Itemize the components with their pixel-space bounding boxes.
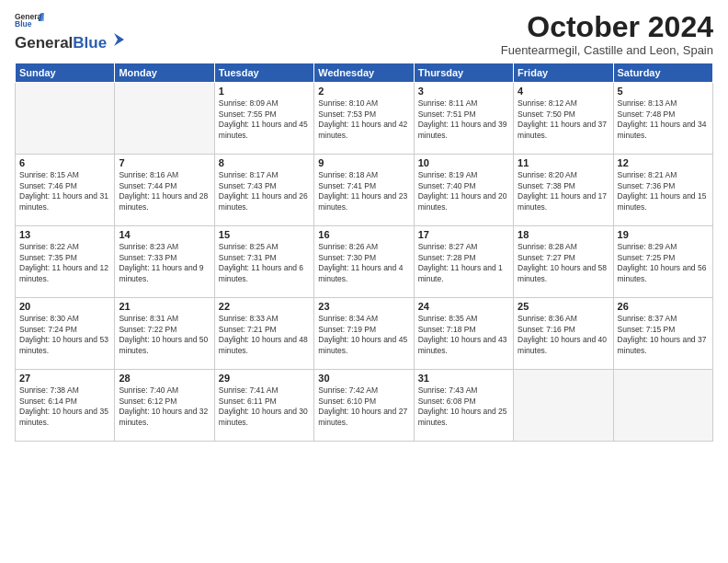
calendar-cell: 14Sunrise: 8:23 AMSunset: 7:33 PMDayligh… bbox=[115, 226, 214, 298]
calendar-cell: 12Sunrise: 8:21 AMSunset: 7:36 PMDayligh… bbox=[613, 155, 712, 226]
calendar-header-sunday: Sunday bbox=[16, 63, 115, 83]
calendar-cell: 3Sunrise: 8:11 AMSunset: 7:51 PMDaylight… bbox=[414, 83, 513, 155]
calendar-week-2: 13Sunrise: 8:22 AMSunset: 7:35 PMDayligh… bbox=[16, 226, 713, 298]
day-number: 16 bbox=[318, 229, 409, 240]
day-number: 13 bbox=[19, 229, 110, 240]
calendar-cell: 25Sunrise: 8:36 AMSunset: 7:16 PMDayligh… bbox=[514, 298, 613, 370]
day-info: Sunrise: 8:15 AMSunset: 7:46 PMDaylight:… bbox=[19, 170, 110, 213]
calendar-header-wednesday: Wednesday bbox=[314, 63, 414, 83]
calendar-cell: 24Sunrise: 8:35 AMSunset: 7:18 PMDayligh… bbox=[414, 298, 513, 370]
calendar-cell: 23Sunrise: 8:34 AMSunset: 7:19 PMDayligh… bbox=[314, 298, 414, 370]
day-info: Sunrise: 8:21 AMSunset: 7:36 PMDaylight:… bbox=[618, 170, 709, 213]
calendar-cell bbox=[613, 370, 712, 442]
calendar-header-friday: Friday bbox=[514, 63, 613, 83]
calendar-cell: 8Sunrise: 8:17 AMSunset: 7:43 PMDaylight… bbox=[214, 155, 313, 226]
day-info: Sunrise: 8:35 AMSunset: 7:18 PMDaylight:… bbox=[418, 314, 509, 356]
day-number: 12 bbox=[618, 157, 709, 168]
day-number: 19 bbox=[618, 229, 709, 240]
logo-general: General bbox=[15, 34, 73, 52]
day-number: 28 bbox=[119, 373, 210, 384]
day-number: 6 bbox=[19, 157, 110, 168]
day-info: Sunrise: 8:23 AMSunset: 7:33 PMDaylight:… bbox=[119, 242, 210, 284]
calendar-cell: 15Sunrise: 8:25 AMSunset: 7:31 PMDayligh… bbox=[214, 226, 313, 298]
day-info: Sunrise: 8:37 AMSunset: 7:15 PMDaylight:… bbox=[618, 314, 709, 356]
logo: General Blue General Blue bbox=[15, 11, 126, 52]
day-number: 5 bbox=[618, 86, 709, 97]
title-area: October 2024 Fuentearmegil, Castille and… bbox=[501, 11, 713, 57]
calendar-cell: 10Sunrise: 8:19 AMSunset: 7:40 PMDayligh… bbox=[414, 155, 513, 226]
calendar-table: SundayMondayTuesdayWednesdayThursdayFrid… bbox=[15, 63, 713, 442]
month-title: October 2024 bbox=[501, 11, 713, 43]
calendar-cell: 2Sunrise: 8:10 AMSunset: 7:53 PMDaylight… bbox=[314, 83, 414, 155]
day-number: 14 bbox=[119, 229, 210, 240]
calendar-cell: 6Sunrise: 8:15 AMSunset: 7:46 PMDaylight… bbox=[16, 155, 115, 226]
calendar-cell: 16Sunrise: 8:26 AMSunset: 7:30 PMDayligh… bbox=[314, 226, 414, 298]
calendar-header-saturday: Saturday bbox=[613, 63, 712, 83]
calendar-cell: 18Sunrise: 8:28 AMSunset: 7:27 PMDayligh… bbox=[514, 226, 613, 298]
day-info: Sunrise: 8:33 AMSunset: 7:21 PMDaylight:… bbox=[219, 314, 310, 356]
calendar-header-tuesday: Tuesday bbox=[214, 63, 313, 83]
day-info: Sunrise: 8:27 AMSunset: 7:28 PMDaylight:… bbox=[418, 242, 509, 284]
day-info: Sunrise: 8:28 AMSunset: 7:27 PMDaylight:… bbox=[518, 242, 609, 284]
day-info: Sunrise: 8:34 AMSunset: 7:19 PMDaylight:… bbox=[318, 314, 409, 356]
calendar-cell: 27Sunrise: 7:38 AMSunset: 6:14 PMDayligh… bbox=[16, 370, 115, 442]
calendar-cell: 4Sunrise: 8:12 AMSunset: 7:50 PMDaylight… bbox=[514, 83, 613, 155]
day-number: 11 bbox=[518, 157, 609, 168]
calendar-cell: 29Sunrise: 7:41 AMSunset: 6:11 PMDayligh… bbox=[214, 370, 313, 442]
day-info: Sunrise: 8:17 AMSunset: 7:43 PMDaylight:… bbox=[219, 170, 310, 213]
day-number: 25 bbox=[518, 301, 609, 312]
day-info: Sunrise: 8:12 AMSunset: 7:50 PMDaylight:… bbox=[518, 98, 609, 141]
day-number: 23 bbox=[318, 301, 409, 312]
day-info: Sunrise: 8:10 AMSunset: 7:53 PMDaylight:… bbox=[318, 98, 409, 141]
calendar-week-4: 27Sunrise: 7:38 AMSunset: 6:14 PMDayligh… bbox=[16, 370, 713, 442]
day-info: Sunrise: 8:18 AMSunset: 7:41 PMDaylight:… bbox=[318, 170, 409, 213]
day-info: Sunrise: 7:42 AMSunset: 6:10 PMDaylight:… bbox=[318, 385, 409, 428]
page: General Blue General Blue October 2024 F… bbox=[0, 0, 728, 563]
day-info: Sunrise: 8:19 AMSunset: 7:40 PMDaylight:… bbox=[418, 170, 509, 213]
logo-blue: Blue bbox=[73, 34, 107, 52]
calendar-cell: 11Sunrise: 8:20 AMSunset: 7:38 PMDayligh… bbox=[514, 155, 613, 226]
svg-marker-4 bbox=[114, 33, 124, 46]
day-number: 31 bbox=[418, 373, 509, 384]
calendar-week-3: 20Sunrise: 8:30 AMSunset: 7:24 PMDayligh… bbox=[16, 298, 713, 370]
day-number: 7 bbox=[119, 157, 210, 168]
calendar-week-1: 6Sunrise: 8:15 AMSunset: 7:46 PMDaylight… bbox=[16, 155, 713, 226]
calendar-cell: 22Sunrise: 8:33 AMSunset: 7:21 PMDayligh… bbox=[214, 298, 313, 370]
day-info: Sunrise: 8:25 AMSunset: 7:31 PMDaylight:… bbox=[219, 242, 310, 284]
day-info: Sunrise: 8:29 AMSunset: 7:25 PMDaylight:… bbox=[618, 242, 709, 284]
calendar-cell: 5Sunrise: 8:13 AMSunset: 7:48 PMDaylight… bbox=[613, 83, 712, 155]
logo-icon: General Blue bbox=[15, 11, 44, 29]
calendar-cell: 26Sunrise: 8:37 AMSunset: 7:15 PMDayligh… bbox=[613, 298, 712, 370]
day-info: Sunrise: 8:30 AMSunset: 7:24 PMDaylight:… bbox=[19, 314, 110, 356]
day-number: 22 bbox=[219, 301, 310, 312]
day-info: Sunrise: 7:43 AMSunset: 6:08 PMDaylight:… bbox=[418, 385, 509, 428]
location-subtitle: Fuentearmegil, Castille and Leon, Spain bbox=[501, 43, 713, 57]
day-info: Sunrise: 8:20 AMSunset: 7:38 PMDaylight:… bbox=[518, 170, 609, 213]
day-number: 9 bbox=[318, 157, 409, 168]
calendar-cell bbox=[514, 370, 613, 442]
day-number: 18 bbox=[518, 229, 609, 240]
day-info: Sunrise: 8:09 AMSunset: 7:55 PMDaylight:… bbox=[219, 98, 310, 141]
logo-arrow-icon bbox=[109, 31, 126, 48]
day-info: Sunrise: 7:41 AMSunset: 6:11 PMDaylight:… bbox=[219, 385, 310, 428]
day-info: Sunrise: 8:31 AMSunset: 7:22 PMDaylight:… bbox=[119, 314, 210, 356]
day-info: Sunrise: 7:38 AMSunset: 6:14 PMDaylight:… bbox=[19, 385, 110, 428]
day-number: 27 bbox=[19, 373, 110, 384]
day-number: 10 bbox=[418, 157, 509, 168]
day-info: Sunrise: 8:26 AMSunset: 7:30 PMDaylight:… bbox=[318, 242, 409, 284]
day-number: 8 bbox=[219, 157, 310, 168]
day-info: Sunrise: 8:36 AMSunset: 7:16 PMDaylight:… bbox=[518, 314, 609, 356]
day-info: Sunrise: 7:40 AMSunset: 6:12 PMDaylight:… bbox=[119, 385, 210, 428]
day-info: Sunrise: 8:22 AMSunset: 7:35 PMDaylight:… bbox=[19, 242, 110, 284]
calendar-cell: 17Sunrise: 8:27 AMSunset: 7:28 PMDayligh… bbox=[414, 226, 513, 298]
calendar-cell: 31Sunrise: 7:43 AMSunset: 6:08 PMDayligh… bbox=[414, 370, 513, 442]
day-number: 1 bbox=[219, 86, 310, 97]
header: General Blue General Blue October 2024 F… bbox=[15, 11, 713, 57]
calendar-cell bbox=[16, 83, 115, 155]
calendar-cell: 1Sunrise: 8:09 AMSunset: 7:55 PMDaylight… bbox=[214, 83, 313, 155]
day-number: 20 bbox=[19, 301, 110, 312]
day-number: 17 bbox=[418, 229, 509, 240]
day-number: 2 bbox=[318, 86, 409, 97]
day-info: Sunrise: 8:13 AMSunset: 7:48 PMDaylight:… bbox=[618, 98, 709, 141]
calendar-cell: 13Sunrise: 8:22 AMSunset: 7:35 PMDayligh… bbox=[16, 226, 115, 298]
